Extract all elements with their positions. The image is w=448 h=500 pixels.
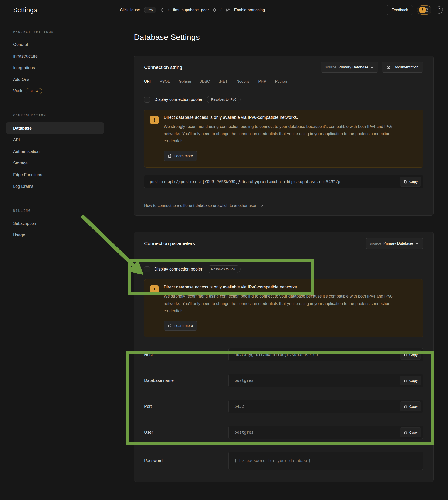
ipv6-warning-panel: ! Direct database access is only availab… bbox=[144, 110, 423, 167]
learn-more-button[interactable]: Learn more bbox=[164, 151, 197, 161]
project-switcher-icon[interactable] bbox=[213, 8, 216, 12]
sidebar-item-log-drains[interactable]: Log Drains bbox=[6, 181, 104, 192]
sidebar-item-add-ons[interactable]: Add Ons bbox=[6, 74, 104, 85]
user-field-row: User postgres Copy bbox=[144, 426, 423, 439]
password-field-row: Password [The password for your database… bbox=[144, 451, 423, 470]
user-input[interactable]: postgres bbox=[228, 426, 423, 439]
copy-user-button[interactable]: Copy bbox=[400, 428, 421, 437]
copy-port-button[interactable]: Copy bbox=[400, 402, 421, 411]
password-label: Password bbox=[144, 458, 228, 463]
port-field-row: Port 5432 Copy bbox=[144, 400, 423, 413]
sidebar-item-api[interactable]: API bbox=[6, 134, 104, 146]
sidebar-item-database[interactable]: Database bbox=[6, 122, 104, 134]
sidebar-divider bbox=[0, 104, 110, 104]
documentation-button[interactable]: Documentation bbox=[382, 62, 423, 73]
main-content: Database Settings Connection string sour… bbox=[110, 20, 448, 500]
display-connection-pooler-checkbox[interactable] bbox=[144, 266, 150, 272]
user-label: User bbox=[144, 430, 228, 435]
connection-string-card: Connection string source Primary Databas… bbox=[134, 56, 433, 216]
account-avatar[interactable]: ! bbox=[417, 5, 432, 15]
sidebar-item-authentication[interactable]: Authentication bbox=[6, 146, 104, 157]
warning-title: Direct database access is only available… bbox=[164, 115, 403, 120]
chevron-down-icon bbox=[415, 242, 419, 245]
git-branch-icon bbox=[225, 8, 230, 12]
connection-parameters-title: Connection parameters bbox=[144, 241, 195, 246]
warning-body: We strongly recommend using connection p… bbox=[164, 293, 403, 314]
sidebar-item-integrations[interactable]: Integrations bbox=[6, 62, 104, 74]
warning-icon: ! bbox=[150, 285, 159, 294]
sidebar-item-usage[interactable]: Usage bbox=[6, 229, 104, 241]
sidebar-divider bbox=[0, 199, 110, 200]
tab-python[interactable]: Python bbox=[275, 79, 287, 87]
external-link-icon bbox=[168, 154, 172, 158]
chevron-down-icon bbox=[260, 204, 264, 208]
database-name-field-row: Database name postgres Copy bbox=[144, 374, 423, 387]
external-link-icon bbox=[386, 65, 391, 69]
tab-nodejs[interactable]: Node.js bbox=[236, 79, 249, 87]
resolves-to-ipv6-badge: Resolves to IPv6 bbox=[207, 265, 240, 273]
source-select[interactable]: source Primary Database bbox=[321, 62, 378, 73]
connection-string-input[interactable]: postgresql://postgres:[YOUR-PASSWORD]@db… bbox=[144, 175, 423, 188]
chevron-down-icon bbox=[370, 66, 374, 69]
password-input[interactable]: [The password for your database] bbox=[228, 451, 423, 470]
database-name-input[interactable]: postgres bbox=[228, 374, 423, 387]
host-field-row: Host db.cxhygiuitamxhniiddjm.supabase.co… bbox=[144, 348, 423, 361]
sidebar-section-configuration: CONFIGURATION bbox=[6, 114, 104, 117]
copy-icon bbox=[403, 180, 407, 183]
sidebar-item-edge-functions[interactable]: Edge Functions bbox=[6, 169, 104, 181]
learn-more-button[interactable]: Learn more bbox=[164, 321, 197, 331]
connection-string-tabs: URI PSQL Golang JDBC .NET Node.js PHP Py… bbox=[134, 79, 433, 87]
app-header: Settings ClickHouse Pro / first_supabase… bbox=[0, 0, 448, 20]
breadcrumb: ClickHouse Pro / first_supabase_peer / E… bbox=[110, 0, 387, 20]
port-label: Port bbox=[144, 404, 228, 409]
sidebar-item-vault[interactable]: Vault BETA bbox=[6, 85, 104, 97]
source-select[interactable]: source Primary Database bbox=[366, 238, 423, 249]
tab-golang[interactable]: Golang bbox=[179, 79, 191, 87]
port-input[interactable]: 5432 bbox=[228, 400, 423, 413]
settings-sidebar: PROJECT SETTINGS General Infrastructure … bbox=[0, 20, 110, 500]
breadcrumb-project[interactable]: first_supabase_peer bbox=[173, 8, 209, 12]
sidebar-item-general[interactable]: General bbox=[6, 39, 104, 50]
external-link-icon bbox=[168, 324, 172, 328]
copy-connection-string-button[interactable]: Copy bbox=[400, 177, 421, 186]
ipv6-warning-panel: ! Direct database access is only availab… bbox=[144, 279, 423, 337]
enable-branching-button[interactable]: Enable branching bbox=[234, 8, 265, 12]
resolves-to-ipv6-badge: Resolves to IPv6 bbox=[207, 96, 240, 103]
tab-php[interactable]: PHP bbox=[258, 79, 266, 87]
connection-string-title: Connection string bbox=[144, 65, 182, 70]
display-connection-pooler-checkbox[interactable] bbox=[144, 97, 150, 102]
sidebar-section-project-settings: PROJECT SETTINGS bbox=[6, 30, 104, 33]
warning-icon: ! bbox=[150, 116, 159, 124]
tab-uri[interactable]: URI bbox=[144, 79, 151, 87]
sidebar-item-infrastructure[interactable]: Infrastructure bbox=[6, 50, 104, 62]
copy-database-name-button[interactable]: Copy bbox=[400, 376, 421, 385]
breadcrumb-separator: / bbox=[220, 7, 222, 13]
copy-icon bbox=[403, 430, 407, 434]
sidebar-item-subscription[interactable]: Subscription bbox=[6, 218, 104, 229]
alert-badge-icon: ! bbox=[419, 7, 426, 13]
beta-badge: BETA bbox=[26, 88, 42, 94]
copy-host-button[interactable]: Copy bbox=[400, 350, 421, 360]
copy-icon bbox=[403, 353, 407, 357]
connection-parameters-card: Connection parameters source Primary Dat… bbox=[134, 232, 433, 482]
warning-title: Direct database access is only available… bbox=[164, 285, 403, 290]
feedback-button[interactable]: Feedback bbox=[387, 5, 413, 15]
connect-help-expander[interactable]: How to connect to a different database o… bbox=[134, 197, 433, 215]
tab-dotnet[interactable]: .NET bbox=[219, 79, 228, 87]
database-name-label: Database name bbox=[144, 378, 228, 383]
header-actions: Feedback ! ? bbox=[387, 0, 448, 20]
page-title: Settings bbox=[0, 0, 110, 20]
sidebar-item-storage[interactable]: Storage bbox=[6, 157, 104, 169]
pooler-checkbox-label: Display connection pooler bbox=[154, 97, 202, 102]
host-input[interactable]: db.cxhygiuitamxhniiddjm.supabase.co bbox=[228, 348, 423, 361]
tab-psql[interactable]: PSQL bbox=[160, 79, 170, 87]
org-switcher-icon[interactable] bbox=[160, 8, 164, 12]
copy-icon bbox=[403, 404, 407, 408]
sidebar-section-billing: BILLING bbox=[6, 209, 104, 213]
tab-jdbc[interactable]: JDBC bbox=[200, 79, 210, 87]
warning-body: We strongly recommend using connection p… bbox=[164, 123, 403, 145]
help-icon[interactable]: ? bbox=[436, 6, 443, 14]
org-plan-badge: Pro bbox=[144, 7, 157, 13]
copy-icon bbox=[403, 379, 407, 383]
breadcrumb-org[interactable]: ClickHouse bbox=[120, 8, 140, 12]
